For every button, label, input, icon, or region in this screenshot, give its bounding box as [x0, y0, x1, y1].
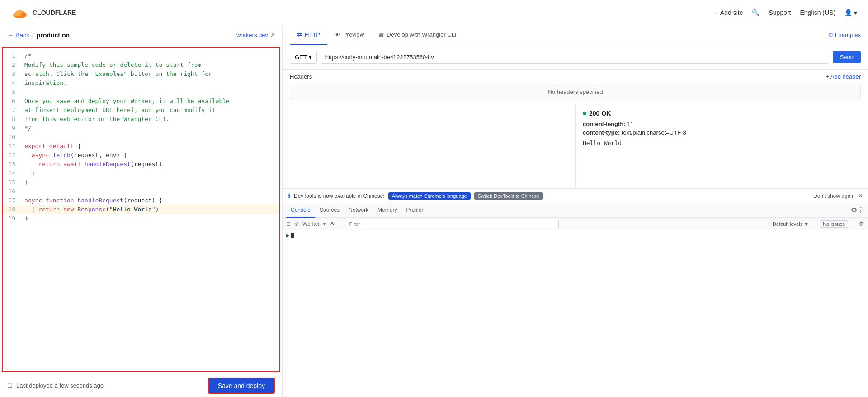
code-line-7: 7 at [insert deployment URL here], and y… — [3, 106, 279, 115]
workers-link[interactable]: workers.dev ↗ — [236, 32, 275, 38]
devtools-settings-icon[interactable]: ⚙ — [851, 206, 857, 215]
topnav: CLOUDFLARE + Add site 🔍 Support English … — [0, 0, 868, 25]
checkbox-icon: ☐ — [7, 382, 13, 389]
console-filter-input[interactable] — [346, 220, 559, 228]
editor-panel: ← Back / production workers.dev ↗ 1 /* — [0, 25, 283, 397]
add-header-button[interactable]: + Add header — [826, 73, 861, 80]
console-prompt[interactable]: ▶ — [286, 232, 864, 238]
svg-point-3 — [14, 13, 19, 16]
headers-label: Headers — [290, 73, 312, 80]
editor-header: ← Back / production workers.dev ↗ — [0, 25, 282, 45]
method-select[interactable]: GET ▾ — [290, 51, 317, 64]
chevron-down-icon: ▾ — [309, 54, 312, 61]
code-line-8: 8 from this web editor or the Wrangler C… — [3, 115, 279, 124]
worker-label: Worker — [302, 221, 320, 227]
code-table: 1 /* 2 Modify this sample code or delete… — [3, 51, 279, 223]
main-layout: ← Back / production workers.dev ↗ 1 /* — [0, 25, 868, 397]
examples-icon: ⧉ — [829, 32, 833, 39]
devtools-more-icon[interactable]: ⋮ — [857, 206, 864, 215]
code-line-11: 11 export default { — [3, 142, 279, 151]
search-icon[interactable]: 🔍 — [752, 9, 760, 16]
add-site-btn[interactable]: + Add site — [715, 9, 743, 16]
code-line-17: 17 async function handleRequest(request)… — [3, 196, 279, 205]
always-match-language-button[interactable]: Always match Chrome's language — [388, 192, 471, 200]
console-ban-icon[interactable]: ⊘ — [294, 221, 299, 227]
no-headers-message: No headers specified — [290, 84, 861, 100]
content-length-header: content-length: 11 — [583, 121, 861, 127]
devtab-console[interactable]: Console — [286, 203, 315, 218]
no-issues-badge: No Issues — [820, 220, 848, 228]
right-panel: ⇄ HTTP 👁 Preview ▤ Develop with Wrangler… — [283, 25, 868, 397]
breadcrumb-separator: / — [32, 32, 34, 39]
code-line-2: 2 Modify this sample code or delete it t… — [3, 61, 279, 70]
switch-devtools-language-button[interactable]: Switch DevTools to Chinese — [474, 192, 543, 200]
devtab-memory[interactable]: Memory — [373, 203, 401, 218]
response-area: 200 OK content-length: 11 content-type: … — [283, 104, 868, 188]
notice-close-button[interactable]: × — [859, 192, 863, 200]
console-body: ▶ — [283, 230, 868, 397]
prompt-arrow: ▶ — [286, 232, 289, 238]
console-gear-icon[interactable]: ⚙ — [859, 220, 864, 227]
send-button[interactable]: Send — [833, 51, 861, 63]
tab-develop[interactable]: ▤ Develop with Wrangler CLI — [371, 25, 463, 45]
back-link[interactable]: ← Back — [7, 32, 29, 39]
tab-http[interactable]: ⇄ HTTP — [290, 25, 327, 45]
deploy-status: ☐ Last deployed a few seconds ago — [7, 382, 104, 389]
support-btn[interactable]: Support — [769, 9, 791, 16]
editor-footer: ☐ Last deployed a few seconds ago Save a… — [0, 374, 282, 397]
prompt-cursor — [291, 233, 294, 238]
code-line-10: 10 — [3, 133, 279, 142]
dont-show-again-link[interactable]: Don't show again — [813, 193, 855, 199]
console-block-icon: ⊟ — [286, 221, 291, 227]
code-editor[interactable]: 1 /* 2 Modify this sample code or delete… — [2, 47, 280, 372]
code-line-6: 6 Once you save and deploy your Worker, … — [3, 97, 279, 106]
devtab-profiler[interactable]: Profiler — [401, 203, 428, 218]
default-levels-dropdown[interactable]: Default levels ▼ — [773, 221, 809, 227]
eye-filter-icon[interactable]: 👁 — [330, 221, 335, 227]
url-input[interactable] — [321, 51, 829, 64]
cloudflare-logo: CLOUDFLARE — [11, 6, 76, 19]
eye-icon: 👁 — [335, 31, 340, 38]
http-tabs-row: ⇄ HTTP 👁 Preview ▤ Develop with Wrangler… — [283, 25, 868, 45]
topnav-right: + Add site 🔍 Support English (US) 👤 ▾ — [715, 9, 857, 16]
code-line-13: 13 return await handleRequest(request) — [3, 160, 279, 169]
deploy-status-text: Last deployed a few seconds ago — [16, 382, 104, 389]
language-btn[interactable]: English (US) — [800, 9, 836, 16]
devtab-network[interactable]: Network — [344, 203, 373, 218]
response-empty — [283, 104, 576, 188]
code-line-3: 3 scratch. Click the "Examples" button o… — [3, 70, 279, 79]
notice-text: DevTools is now available in Chinese! — [294, 193, 385, 199]
topnav-left: CLOUDFLARE — [11, 6, 76, 19]
code-line-18: 18 | return new Response("Hello World") — [3, 205, 279, 214]
response-body: Hello World — [583, 140, 861, 146]
content-type-header: content-type: text/plain;charset=UTF-8 — [583, 129, 861, 136]
response-status: 200 OK — [583, 110, 861, 117]
svg-point-2 — [20, 12, 26, 16]
code-line-4: 4 inspiration. — [3, 79, 279, 88]
worker-dropdown-icon[interactable]: ▾ — [323, 221, 326, 227]
breadcrumb-current: production — [37, 32, 70, 39]
code-line-14: 14 } — [3, 169, 279, 178]
info-icon: ℹ — [288, 192, 290, 200]
console-toolbar: ⊟ ⊘ Worker ▾ 👁 Default levels ▼ No Issue… — [283, 218, 868, 230]
terminal-icon: ▤ — [378, 31, 384, 38]
external-link-icon: ↗ — [270, 32, 275, 38]
devtools-notice: ℹ DevTools is now available in Chinese! … — [283, 189, 868, 203]
devtools-tabs: Console Sources Network Memory Profiler … — [283, 203, 868, 218]
status-dot — [583, 112, 586, 115]
code-line-15: 15 } — [3, 178, 279, 187]
user-icon[interactable]: 👤 ▾ — [844, 9, 857, 16]
code-line-9: 9 */ — [3, 124, 279, 133]
headers-section: Headers + Add header No headers specifie… — [283, 70, 868, 104]
brand-name: CLOUDFLARE — [33, 9, 76, 16]
tab-preview[interactable]: 👁 Preview — [327, 25, 371, 45]
examples-button[interactable]: ⧉ Examples — [829, 32, 861, 39]
http-panel: ⇄ HTTP 👁 Preview ▤ Develop with Wrangler… — [283, 25, 868, 189]
code-line-5: 5 — [3, 88, 279, 97]
response-data: 200 OK content-length: 11 content-type: … — [576, 104, 868, 188]
headers-row: Headers + Add header — [290, 73, 861, 80]
devtab-sources[interactable]: Sources — [315, 203, 344, 218]
code-line-19: 19 } — [3, 214, 279, 223]
code-line-12: 12 async fetch(request, env) { — [3, 151, 279, 160]
save-deploy-button[interactable]: Save and deploy — [208, 378, 275, 394]
